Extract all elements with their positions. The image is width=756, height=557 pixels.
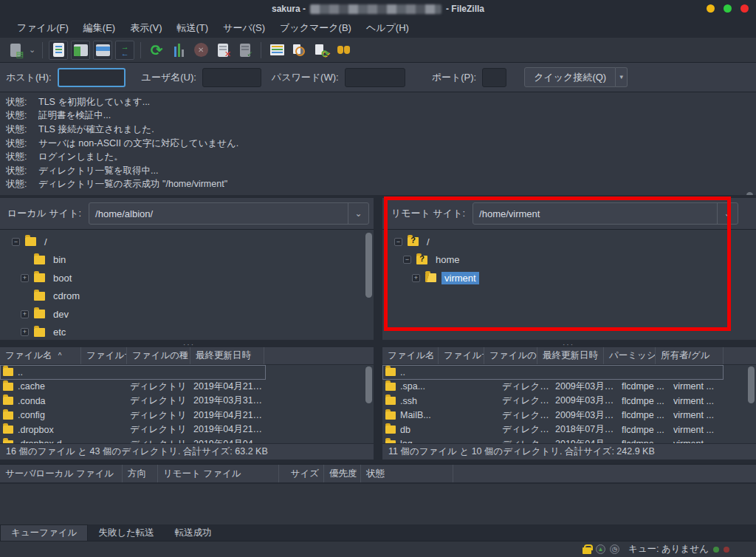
tree-item-home[interactable]: − home — [382, 251, 756, 270]
port-input[interactable] — [482, 68, 506, 87]
column-header-filesize[interactable]: ファイルサ — [81, 347, 127, 364]
tab-successful-transfers[interactable]: 転送成功 — [165, 524, 222, 541]
file-row[interactable]: .cache ディレクトリ 2019年04月21… — [0, 380, 374, 394]
disconnect-icon[interactable]: ✕ — [213, 41, 233, 60]
column-header-owner-group[interactable]: 所有者/グル — [656, 347, 724, 364]
file-row-parent[interactable]: .. — [382, 365, 756, 380]
process-queue-icon[interactable] — [169, 41, 188, 60]
expand-icon[interactable]: + — [21, 310, 29, 318]
menu-transfer[interactable]: 転送(T) — [170, 19, 216, 37]
chevron-down-icon[interactable]: ⌄ — [348, 203, 368, 224]
column-label: 方向 — [128, 468, 146, 480]
tree-item-etc[interactable]: + etc — [0, 324, 374, 341]
column-header-filetype[interactable]: ファイルの種 — [127, 347, 190, 364]
file-row[interactable]: .dropbox-d ディレクトリ 2019年04月04… — [0, 437, 374, 444]
local-list-scrollbar[interactable] — [365, 366, 373, 440]
tree-item-bin[interactable]: + bin — [0, 251, 374, 270]
column-header-filetype[interactable]: ファイルの — [484, 347, 537, 364]
file-type: ディレク… — [502, 438, 555, 443]
folder-icon — [3, 411, 13, 420]
tree-item-root[interactable]: − / — [0, 233, 374, 251]
close-button[interactable] — [740, 4, 749, 13]
column-header-filesize[interactable]: ファイルサ — [439, 347, 484, 364]
column-header-server-local-file[interactable]: サーバ/ローカル ファイル — [0, 465, 123, 482]
log-status-label: 状態: — [0, 151, 38, 163]
column-header-status[interactable]: 状態 — [361, 465, 453, 482]
file-row[interactable]: log ディレク… 2019年04月… flcdmpe virment — [382, 437, 756, 444]
collapse-icon[interactable]: − — [403, 256, 411, 264]
synchronized-browsing-icon[interactable] — [312, 41, 331, 60]
menu-server[interactable]: サーバ(S) — [216, 19, 272, 37]
directory-comparison-icon[interactable] — [289, 41, 309, 60]
file-row[interactable]: .config ディレクトリ 2019年04月21… — [0, 409, 374, 423]
tab-failed-transfers[interactable]: 失敗した転送 — [88, 524, 165, 541]
expand-icon[interactable]: + — [21, 328, 29, 336]
column-header-remote-file[interactable]: リモート ファイル — [158, 465, 279, 482]
tree-item-cdrom[interactable]: + cdrom — [0, 287, 374, 306]
file-name: .conda — [18, 396, 81, 406]
toggle-log-icon[interactable] — [49, 41, 68, 60]
site-manager-icon[interactable]: ▤ — [6, 41, 25, 60]
menu-edit[interactable]: 編集(E) — [76, 19, 123, 37]
column-header-modified[interactable]: 最終更新日時 — [190, 347, 264, 364]
tab-queued-files[interactable]: キューファイル — [0, 524, 88, 541]
expand-icon[interactable]: + — [21, 274, 29, 282]
column-header-filename[interactable]: ファイル名 — [382, 347, 439, 364]
column-header-direction[interactable]: 方向 — [123, 465, 158, 482]
gauge-icon[interactable]: ◷ — [610, 544, 619, 554]
tree-item-label: etc — [50, 326, 69, 338]
cancel-operation-icon[interactable]: ✕ — [191, 41, 210, 60]
column-header-priority[interactable]: 優先度 — [324, 465, 361, 482]
secure-connection-lock-icon[interactable] — [583, 547, 591, 554]
local-tree-scrollbar[interactable] — [365, 233, 373, 336]
file-row[interactable]: .conda ディレクトリ 2019年03月31… — [0, 394, 374, 409]
reconnect-icon[interactable]: ✓ — [236, 41, 255, 60]
chevron-down-icon[interactable]: ⌄ — [717, 203, 738, 224]
find-files-icon[interactable] — [334, 41, 353, 60]
password-input[interactable] — [345, 68, 405, 87]
toolbar-separator — [42, 42, 43, 58]
toggle-remote-tree-icon[interactable] — [93, 41, 112, 60]
directory-listing-filter-icon[interactable] — [267, 41, 286, 60]
column-label: 所有者/グル — [661, 349, 710, 362]
file-permissions: flcdmpe ... — [622, 381, 673, 392]
remote-path-combo[interactable]: /home/virment ⌄ — [472, 202, 738, 225]
log-scrollbar[interactable] — [746, 126, 754, 195]
quickconnect-dropdown-icon[interactable]: ▼ — [616, 67, 628, 87]
tree-item-label: cdrom — [50, 290, 83, 302]
quickconnect-button[interactable]: クイック接続(Q) — [524, 67, 616, 87]
menu-help[interactable]: ヘルプ(H) — [359, 19, 416, 37]
tree-item-dev[interactable]: + dev — [0, 305, 374, 324]
site-manager-dropdown-icon[interactable]: ⌄ — [29, 45, 35, 55]
folder-icon — [3, 368, 13, 376]
remote-list-scrollbar[interactable] — [747, 366, 755, 440]
column-header-permissions[interactable]: パーミッシ — [604, 347, 656, 364]
menu-file[interactable]: ファイル(F) — [10, 19, 76, 37]
speed-limit-icon[interactable]: ▲ — [596, 544, 605, 554]
collapse-icon[interactable]: − — [12, 238, 20, 246]
collapse-icon[interactable]: − — [394, 238, 402, 246]
menu-view[interactable]: 表示(V) — [123, 19, 169, 37]
column-header-size[interactable]: サイズ — [279, 465, 324, 482]
expand-icon[interactable]: + — [412, 274, 420, 282]
tree-item-boot[interactable]: + boot — [0, 269, 374, 287]
minimize-button[interactable] — [707, 4, 715, 13]
tree-item-virment[interactable]: + virment — [382, 269, 756, 287]
tree-item-root[interactable]: − / — [382, 233, 756, 251]
file-row[interactable]: .ssh ディレク… 2009年03月… flcdmpe ... virment… — [382, 394, 756, 409]
toggle-queue-icon[interactable]: →← — [115, 41, 134, 60]
file-row[interactable]: MailB... ディレク… 2009年03月… flcdmpe ... vir… — [382, 409, 756, 423]
column-header-modified[interactable]: 最終更新日時 — [537, 347, 604, 364]
file-row[interactable]: .dropbox ディレクトリ 2019年04月21… — [0, 423, 374, 437]
file-row-parent[interactable]: .. — [0, 365, 374, 380]
column-header-filename[interactable]: ファイル名 ^ — [0, 347, 81, 364]
maximize-button[interactable] — [724, 4, 732, 13]
menu-bookmarks[interactable]: ブックマーク(B) — [272, 19, 359, 37]
refresh-icon[interactable]: ⟳ — [147, 41, 166, 60]
local-path-combo[interactable]: /home/albion/ ⌄ — [89, 202, 369, 225]
file-row[interactable]: db ディレク… 2018年07月… flcdmpe ... virment .… — [382, 423, 756, 437]
toggle-local-tree-icon[interactable] — [71, 41, 90, 60]
host-input[interactable] — [58, 68, 126, 87]
file-row[interactable]: .spa... ディレク… 2009年03月… flcdmpe ... virm… — [382, 380, 756, 394]
username-input[interactable] — [202, 68, 261, 87]
